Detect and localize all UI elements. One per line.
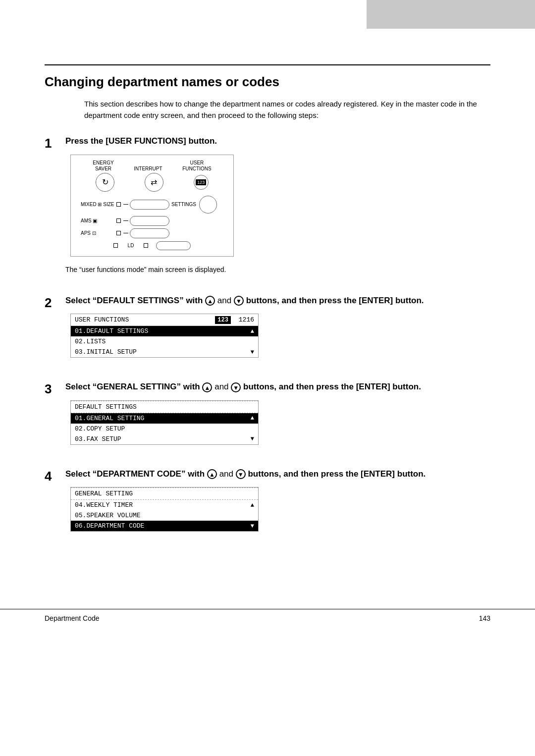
step-2-mid: and: [217, 296, 231, 305]
lcd-row-2-0: 01.DEFAULT SETTINGS ▲: [71, 326, 258, 336]
lcd-header-2: USER FUNCTIONS 123 1216: [71, 314, 258, 326]
lcd-header-left-2: USER FUNCTIONS: [75, 316, 129, 324]
step-2-post: buttons, and then press the [ENTER] butt…: [246, 296, 424, 305]
top-rule: [45, 64, 490, 65]
step-3-post: buttons, and then press the [ENTER] butt…: [243, 382, 421, 391]
lcd-row-4-1-text: 05.SPEAKER VOLUME: [75, 512, 141, 519]
ams-row: AMS ▣: [81, 216, 223, 226]
lcd-header-4: GENERAL SETTING: [71, 487, 258, 500]
section-title: Changing department names or codes: [45, 74, 490, 90]
footer-label: Department Code: [45, 614, 100, 622]
123-badge: 123: [196, 179, 206, 185]
lcd-header-left-4: GENERAL SETTING: [75, 490, 133, 497]
intro-text: This section describes how to change the…: [84, 99, 490, 121]
up-arrow-2: ▲: [205, 296, 215, 306]
lcd-row-4-2-arrow: ▼: [251, 523, 254, 530]
step-3-mid: and: [214, 382, 228, 391]
step-2-instruction: Select “DEFAULT SETTINGS” with ▲ and ▼ b…: [65, 294, 490, 307]
step-4-post: buttons, and then press the [ENTER] butt…: [248, 469, 426, 479]
lcd-row-4-2-text: 06.DEPARTMENT CODE: [75, 522, 144, 530]
energy-saver-btn: ↻: [96, 173, 114, 192]
dash1: [123, 204, 128, 205]
lcd-row-2-2-text: 03.INITIAL SETUP: [75, 348, 137, 356]
lcd-row-3-0: 01.GENERAL SETTING ▲: [71, 413, 258, 424]
lcd-row-3-2: 03.FAX SETUP ▼: [71, 434, 258, 444]
lcd-row-4-0-arrow: ▲: [251, 502, 254, 509]
step-2: 2 Select “DEFAULT SETTINGS” with ▲ and ▼…: [45, 294, 490, 363]
step-4-instruction: Select “DEPARTMENT CODE” with ▲ and ▼ bu…: [65, 468, 490, 481]
footer-page: 143: [479, 614, 490, 622]
interrupt-btn: ⇄: [145, 173, 163, 192]
step-4-number: 4: [45, 469, 65, 484]
lcd-row-2-1-text: 02.LISTS: [75, 338, 106, 345]
down-arrow-2: ▼: [234, 296, 244, 306]
ld-label: LD: [128, 243, 134, 248]
lcd-header-3: DEFAULT SETTINGS: [71, 401, 258, 413]
lcd-row-4-1: 05.SPEAKER VOLUME: [71, 510, 258, 521]
lcd-screen-3: DEFAULT SETTINGS 01.GENERAL SETTING ▲ 02…: [70, 400, 259, 445]
aps-label: APS ⊡: [81, 230, 115, 236]
lcd-row-4-0-text: 04.WEEKLY TIMER: [75, 501, 133, 509]
dash2: [123, 220, 128, 221]
interrupt-label: INTERRUPT: [134, 166, 162, 172]
lcd-screen-4: GENERAL SETTING 04.WEEKLY TIMER ▲ 05.SPE…: [70, 487, 259, 532]
step-3-number: 3: [45, 381, 65, 397]
step-1-number: 1: [45, 136, 65, 151]
lcd-row-2-0-text: 01.DEFAULT SETTINGS: [75, 327, 148, 335]
step-3-pre: Select “GENERAL SETTING” with: [65, 382, 200, 391]
bottom-sq1: [113, 243, 118, 248]
top-bar-graphic: [367, 0, 535, 29]
lcd-header-left-3: DEFAULT SETTINGS: [75, 403, 137, 411]
step-4-pre: Select “DEPARTMENT CODE” with: [65, 469, 205, 479]
lcd-row-4-2: 06.DEPARTMENT CODE ▼: [71, 521, 258, 531]
lcd-row-3-0-text: 01.GENERAL SETTING: [75, 415, 144, 422]
step-4: 4 Select “DEPARTMENT CODE” with ▲ and ▼ …: [45, 468, 490, 537]
step-2-pre: Select “DEFAULT SETTINGS” with: [65, 296, 203, 305]
step-2-content: Select “DEFAULT SETTINGS” with ▲ and ▼ b…: [65, 294, 490, 363]
lcd-row-3-0-arrow: ▲: [251, 415, 254, 422]
lcd-badge-2: 123: [215, 316, 231, 324]
up-arrow-3: ▲: [202, 382, 212, 392]
mixed-size-sq1: [116, 202, 121, 207]
panel-top-buttons: ↻ ⇄ 123: [81, 173, 223, 192]
step-1-subnote: The “user functions mode” main screen is…: [65, 266, 490, 273]
footer: Department Code 143: [0, 609, 535, 627]
ams-sq: [116, 218, 121, 223]
up-arrow-4: ▲: [207, 469, 217, 479]
down-arrow-3: ▼: [231, 382, 241, 392]
lcd-row-3-1-text: 02.COPY SETUP: [75, 425, 125, 432]
panel-bottom-row: LD: [81, 241, 223, 250]
mixed-size-row: MIXED ⊞ SIZE SETTINGS: [81, 196, 223, 214]
lcd-row-2-1: 02.LISTS: [71, 336, 258, 347]
lcd-row-2-2: 03.INITIAL SETUP ▼: [71, 347, 258, 357]
ams-rect-btn: [130, 216, 169, 226]
aps-rect-btn: [130, 228, 169, 238]
energy-saver-label: ENERGYSAVER: [93, 160, 113, 172]
lcd-screen-2: USER FUNCTIONS 123 1216 01.DEFAULT SETTI…: [70, 314, 259, 358]
mixed-size-rect-btn: [130, 200, 169, 210]
settings-round-btn: [199, 196, 217, 214]
step-1-instruction: Press the [USER FUNCTIONS] button.: [65, 135, 490, 148]
step-1-content: Press the [USER FUNCTIONS] button. ENERG…: [65, 135, 490, 276]
step-3-content: Select “GENERAL SETTING” with ▲ and ▼ bu…: [65, 380, 490, 450]
step-4-mid: and: [219, 469, 233, 479]
dash3: [123, 233, 128, 234]
lcd-row-2-0-arrow: ▲: [251, 328, 254, 335]
lcd-row-4-0: 04.WEEKLY TIMER ▲: [71, 500, 258, 510]
step-2-number: 2: [45, 295, 65, 311]
lcd-row-3-2-text: 03.FAX SETUP: [75, 435, 121, 443]
bottom-line-btn: [156, 241, 191, 250]
ams-label: AMS ▣: [81, 218, 115, 224]
aps-row: APS ⊡: [81, 228, 223, 238]
user-functions-label: USERFUNCTIONS: [182, 160, 211, 172]
user-functions-btn: 123: [194, 175, 209, 190]
bottom-sq2: [144, 243, 148, 248]
step-4-content: Select “DEPARTMENT CODE” with ▲ and ▼ bu…: [65, 468, 490, 537]
step-1: 1 Press the [USER FUNCTIONS] button. ENE…: [45, 135, 490, 276]
lcd-row-3-1: 02.COPY SETUP: [71, 424, 258, 434]
lcd-row-3-2-arrow: ▼: [251, 435, 254, 442]
aps-sq: [116, 231, 121, 235]
down-arrow-4: ▼: [236, 469, 246, 479]
control-panel-image: ENERGYSAVER INTERRUPT USERFUNCTIONS ↻ ⇄ …: [70, 155, 234, 257]
step-3-instruction: Select “GENERAL SETTING” with ▲ and ▼ bu…: [65, 380, 490, 393]
